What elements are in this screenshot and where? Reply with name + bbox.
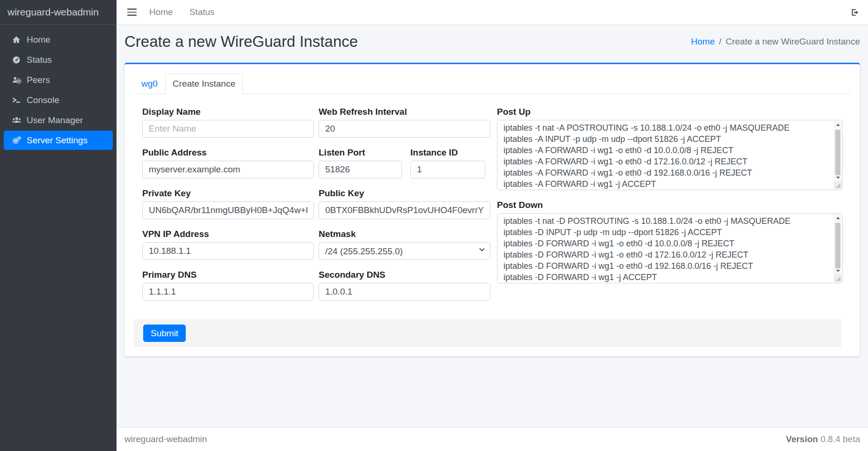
footer-version: Version 0.8.4 beta <box>786 434 860 444</box>
scroll-thumb[interactable] <box>835 130 840 175</box>
private-key-label: Private Key <box>142 188 314 199</box>
private-key-field[interactable] <box>142 201 314 219</box>
brand[interactable]: wireguard-webadmin <box>0 0 117 25</box>
sidebar-item-label: User Manager <box>27 115 83 126</box>
scroll-thumb[interactable] <box>835 223 840 268</box>
hamburger-icon[interactable] <box>127 8 137 15</box>
scroll-up-icon[interactable] <box>834 121 842 128</box>
main-area: Home Status Create a new WireGuard Insta… <box>117 0 868 451</box>
sign-out-icon[interactable] <box>850 7 860 17</box>
netmask-label: Netmask <box>319 229 490 240</box>
version-label: Version <box>786 434 818 444</box>
post-up-scrollbar[interactable] <box>834 121 842 181</box>
resize-grip-icon[interactable] <box>834 181 842 189</box>
display-name-label: Display Name <box>142 106 314 118</box>
top-navbar: Home Status <box>117 0 868 25</box>
breadcrumb: Home / Create a new WireGuard Instance <box>691 37 860 47</box>
users-gear-icon <box>10 75 22 85</box>
secondary-dns-label: Secondary DNS <box>319 269 490 281</box>
version-value: 0.8.4 beta <box>820 434 860 444</box>
content: Create a new WireGuard Instance Home / C… <box>117 25 868 427</box>
sidebar-item-label: Peers <box>27 75 50 85</box>
form-right-column: Post Up iptables -t nat -A POSTROUTING -… <box>497 106 843 310</box>
public-address-field[interactable] <box>142 161 314 178</box>
sidebar-item-label: Console <box>27 95 59 105</box>
sidebar-item-server-settings[interactable]: Server Settings <box>4 131 113 150</box>
secondary-dns-field[interactable] <box>319 283 490 301</box>
display-name-field[interactable] <box>142 120 314 138</box>
post-down-textarea-wrap: iptables -t nat -D POSTROUTING -s 10.188… <box>497 213 843 283</box>
home-icon <box>10 35 22 44</box>
instance-id-field[interactable] <box>410 161 485 178</box>
post-up-label: Post Up <box>497 106 843 118</box>
post-down-field[interactable]: iptables -t nat -D POSTROUTING -s 10.188… <box>497 214 842 283</box>
tachometer-icon <box>10 55 22 65</box>
breadcrumb-home-link[interactable]: Home <box>691 37 715 47</box>
netmask-select[interactable]: /24 (255.255.255.0) <box>319 242 490 260</box>
vpn-ip-label: VPN IP Address <box>142 229 314 240</box>
resize-grip-icon[interactable] <box>834 274 842 282</box>
sidebar-item-label: Home <box>27 35 51 45</box>
form-left-columns: Display Name Web Refresh Interval Public… <box>142 106 490 310</box>
web-refresh-interval-field[interactable] <box>319 120 490 138</box>
sidebar-item-user-manager[interactable]: User Manager <box>4 111 113 130</box>
instance-form: Display Name Web Refresh Interval Public… <box>134 94 851 310</box>
primary-dns-label: Primary DNS <box>142 269 314 281</box>
sidebar-item-status[interactable]: Status <box>4 50 113 69</box>
listen-port-label: Listen Port <box>319 147 402 158</box>
web-refresh-interval-label: Web Refresh Interval <box>319 106 490 118</box>
sidebar-item-label: Status <box>27 55 52 65</box>
instance-tabs: wg0 Create Instance <box>134 74 851 94</box>
sidebar-item-label: Server Settings <box>27 135 88 146</box>
footer: wireguard-webadmin Version 0.8.4 beta <box>117 427 868 451</box>
sidebar-item-peers[interactable]: Peers <box>4 70 113 89</box>
post-down-scrollbar[interactable] <box>834 214 842 274</box>
instance-id-label: Instance ID <box>410 147 485 158</box>
vpn-ip-field[interactable] <box>142 242 314 260</box>
breadcrumb-current: Create a new WireGuard Instance <box>726 37 860 47</box>
users-icon <box>10 116 22 125</box>
breadcrumb-separator: / <box>719 37 721 47</box>
submit-button[interactable]: Submit <box>143 325 186 342</box>
topnav-link-status[interactable]: Status <box>190 7 215 17</box>
post-up-textarea-wrap: iptables -t nat -A POSTROUTING -s 10.188… <box>497 120 843 190</box>
scroll-down-icon[interactable] <box>834 174 842 181</box>
sidebar: wireguard-webadmin Home Status Peers Con… <box>0 0 117 451</box>
post-down-label: Post Down <box>497 200 843 211</box>
card-body: wg0 Create Instance Display Name Web Ref… <box>124 64 860 356</box>
scroll-down-icon[interactable] <box>834 267 842 274</box>
public-key-field[interactable] <box>319 201 490 219</box>
sidebar-item-home[interactable]: Home <box>4 30 113 49</box>
sidebar-item-console[interactable]: Console <box>4 90 113 110</box>
primary-dns-field[interactable] <box>142 283 314 301</box>
tab-wg0[interactable]: wg0 <box>134 74 165 94</box>
public-address-label: Public Address <box>142 147 314 158</box>
post-up-field[interactable]: iptables -t nat -A POSTROUTING -s 10.188… <box>497 120 842 190</box>
gears-icon <box>10 136 22 145</box>
tab-create-instance[interactable]: Create Instance <box>165 74 243 94</box>
public-key-label: Public Key <box>319 188 490 199</box>
scroll-up-icon[interactable] <box>834 214 842 222</box>
topnav-link-home[interactable]: Home <box>149 7 173 17</box>
submit-strip: Submit <box>134 319 841 347</box>
instance-card: wg0 Create Instance Display Name Web Ref… <box>124 63 860 356</box>
sidebar-menu: Home Status Peers Console User Manager <box>0 25 117 151</box>
page-title: Create a new WireGuard Instance <box>124 33 358 51</box>
terminal-icon <box>10 96 22 105</box>
page-header: Create a new WireGuard Instance Home / C… <box>124 33 860 51</box>
footer-brand: wireguard-webadmin <box>124 434 207 444</box>
listen-port-field[interactable] <box>319 161 402 178</box>
